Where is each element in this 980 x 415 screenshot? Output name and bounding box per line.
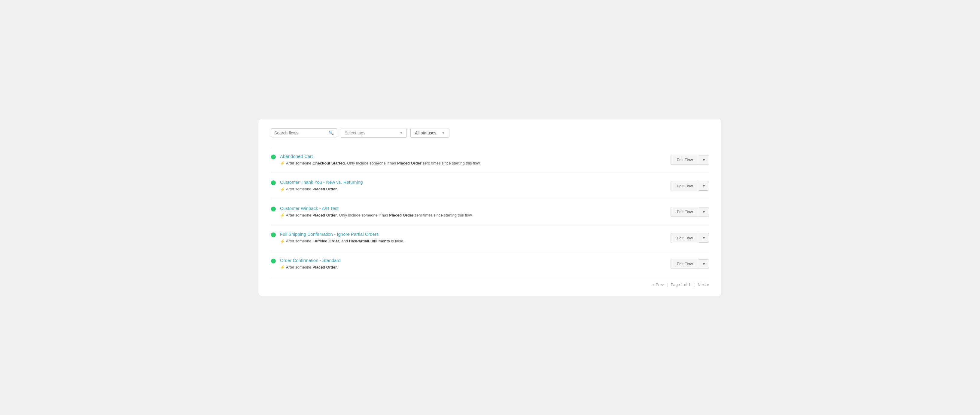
flow-row: Customer Thank You - New vs. Returning ⚡… <box>271 173 709 199</box>
flow-left: Abandoned Cart ⚡After someone Checkout S… <box>271 154 481 166</box>
edit-flow-dropdown-button[interactable]: ▼ <box>699 207 709 217</box>
status-indicator <box>271 207 276 211</box>
flow-info: Customer Winback - A/B Test ⚡After someo… <box>280 206 473 218</box>
flow-right: Edit Flow ▼ <box>671 233 709 243</box>
flow-left: Order Confirmation - Standard ⚡After som… <box>271 258 341 270</box>
flow-name-link[interactable]: Order Confirmation - Standard <box>280 258 341 263</box>
search-wrapper[interactable]: 🔍 <box>271 128 337 137</box>
status-label: All statuses <box>415 131 436 135</box>
lightning-icon: ⚡ <box>280 265 285 270</box>
edit-flow-dropdown-button[interactable]: ▼ <box>699 181 709 191</box>
flow-description-text: After someone Fulfilled Order, and HasPa… <box>286 238 404 244</box>
flow-description-text: After someone Placed Order. <box>286 264 338 270</box>
edit-flow-dropdown-button[interactable]: ▼ <box>699 155 709 165</box>
flow-description-text: After someone Placed Order. Only include… <box>286 212 473 218</box>
flow-description: ⚡After someone Placed Order. <box>280 186 363 192</box>
flow-row: Abandoned Cart ⚡After someone Checkout S… <box>271 147 709 173</box>
lightning-icon: ⚡ <box>280 161 285 165</box>
status-indicator <box>271 155 276 160</box>
chevron-down-icon: ▼ <box>442 131 445 135</box>
main-container: 🔍 Select tags ▼ All statuses ▼ Abandoned… <box>259 119 721 297</box>
prev-link[interactable]: « Prev <box>652 283 664 287</box>
flow-left: Customer Winback - A/B Test ⚡After someo… <box>271 206 473 218</box>
edit-flow-dropdown-button[interactable]: ▼ <box>699 259 709 269</box>
separator: | <box>694 283 695 287</box>
lightning-icon: ⚡ <box>280 213 285 217</box>
lightning-icon: ⚡ <box>280 239 285 244</box>
flow-info: Customer Thank You - New vs. Returning ⚡… <box>280 180 363 192</box>
flow-right: Edit Flow ▼ <box>671 155 709 165</box>
status-indicator <box>271 259 276 263</box>
flow-description-text: After someone Placed Order. <box>286 186 338 192</box>
flow-description-text: After someone Checkout Started. Only inc… <box>286 160 481 166</box>
flow-left: Customer Thank You - New vs. Returning ⚡… <box>271 180 363 192</box>
flow-description: ⚡After someone Checkout Started. Only in… <box>280 160 481 166</box>
edit-flow-button[interactable]: Edit Flow <box>671 207 699 217</box>
flow-right: Edit Flow ▼ <box>671 207 709 217</box>
flow-info: Order Confirmation - Standard ⚡After som… <box>280 258 341 270</box>
pagination: « Prev | Page 1 of 1 | Next » <box>271 277 709 287</box>
chevron-down-icon: ▼ <box>399 131 403 135</box>
toolbar: 🔍 Select tags ▼ All statuses ▼ <box>271 128 709 138</box>
flow-name-link[interactable]: Customer Thank You - New vs. Returning <box>280 180 363 185</box>
flow-name-link[interactable]: Full Shipping Confirmation - Ignore Part… <box>280 231 404 237</box>
flow-left: Full Shipping Confirmation - Ignore Part… <box>271 231 404 244</box>
flow-info: Full Shipping Confirmation - Ignore Part… <box>280 231 404 244</box>
edit-flow-button[interactable]: Edit Flow <box>671 259 699 269</box>
flow-description: ⚡After someone Fulfilled Order, and HasP… <box>280 238 404 244</box>
status-dropdown[interactable]: All statuses ▼ <box>410 128 449 138</box>
flow-info: Abandoned Cart ⚡After someone Checkout S… <box>280 154 481 166</box>
tags-label: Select tags <box>345 131 365 135</box>
next-link[interactable]: Next » <box>698 283 709 287</box>
edit-flow-button[interactable]: Edit Flow <box>671 233 699 243</box>
flow-right: Edit Flow ▼ <box>671 181 709 191</box>
status-indicator <box>271 233 276 237</box>
tags-dropdown[interactable]: Select tags ▼ <box>341 128 407 138</box>
flow-name-link[interactable]: Abandoned Cart <box>280 154 481 159</box>
lightning-icon: ⚡ <box>280 187 285 192</box>
flows-list: Abandoned Cart ⚡After someone Checkout S… <box>271 147 709 277</box>
flow-name-link[interactable]: Customer Winback - A/B Test <box>280 206 473 211</box>
flow-row: Order Confirmation - Standard ⚡After som… <box>271 251 709 277</box>
flow-description: ⚡After someone Placed Order. <box>280 264 341 270</box>
edit-flow-button[interactable]: Edit Flow <box>671 155 699 165</box>
page-info: Page 1 of 1 <box>671 283 691 287</box>
search-icon: 🔍 <box>329 131 334 135</box>
flow-right: Edit Flow ▼ <box>671 259 709 269</box>
flow-row: Customer Winback - A/B Test ⚡After someo… <box>271 199 709 225</box>
edit-flow-button[interactable]: Edit Flow <box>671 181 699 191</box>
flow-row: Full Shipping Confirmation - Ignore Part… <box>271 225 709 251</box>
flow-description: ⚡After someone Placed Order. Only includ… <box>280 212 473 218</box>
separator: | <box>667 283 668 287</box>
status-indicator <box>271 180 276 185</box>
search-input[interactable] <box>274 131 328 135</box>
edit-flow-dropdown-button[interactable]: ▼ <box>699 233 709 243</box>
